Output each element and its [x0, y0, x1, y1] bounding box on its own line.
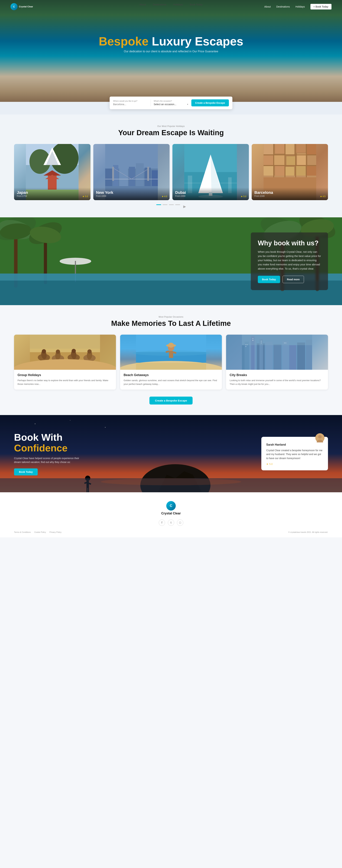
occasion-info-city: City Breaks Looking to both relax and im… — [226, 370, 328, 390]
svg-point-90 — [87, 349, 92, 353]
destination-card-newyork[interactable]: New York From £899 ★ 4.0 — [93, 144, 170, 200]
footer-logo-icon: C — [166, 501, 176, 510]
svg-rect-48 — [285, 167, 294, 176]
confidence-title: Book With Confidence — [14, 432, 81, 454]
svg-rect-17 — [136, 163, 144, 186]
hero-title: Bespoke Luxury Escapes — [99, 35, 243, 48]
search-cta-button[interactable]: Create a Bespoke Escape — [191, 99, 229, 106]
svg-rect-47 — [275, 166, 284, 176]
why-section: Why book with us? When you book through … — [0, 217, 342, 305]
destinations-section: Our Most Popular Holidays Your Dream Esc… — [0, 115, 342, 217]
footer-nav: About Destinations Holidays Book Today — [0, 0, 342, 9]
why-content: Why book with us? When you book through … — [251, 232, 328, 290]
destination-info-dubai: Dubai From £999 — [172, 187, 249, 200]
destination-card-dubai[interactable]: Dubai From £999 ★ 5.0 — [172, 144, 249, 200]
carousel-dot-1[interactable] — [156, 204, 161, 205]
svg-point-81 — [42, 349, 46, 353]
svg-rect-50 — [306, 166, 316, 176]
svg-rect-39 — [295, 144, 306, 153]
destination-card-barcelona[interactable]: Barcelona From £349 ★ 4.5 — [252, 144, 328, 200]
facebook-icon[interactable]: f — [159, 520, 165, 526]
occasions-grid: Group Holidays Perhaps there's no better… — [14, 335, 328, 390]
svg-rect-114 — [289, 345, 297, 370]
destination-field: Where would you like to go? — [113, 100, 148, 106]
footer: C Crystal Clear About Destinations Holid… — [0, 492, 342, 537]
testimonial-avatar — [315, 433, 324, 442]
terms-link[interactable]: Terms & Conditions — [14, 531, 31, 533]
destination-rating-dubai: ★ 5.0 — [241, 195, 246, 198]
hero-section: Bespoke Luxury Escapes Our dedication to… — [0, 0, 342, 102]
occasion-card-group[interactable]: Group Holidays Perhaps there's no better… — [14, 335, 116, 390]
svg-rect-46 — [264, 166, 274, 176]
svg-rect-24 — [147, 167, 149, 181]
confidence-content: Book With Confidence Crystal Clear have … — [0, 421, 342, 486]
occasions-cta: Create a Bespoke Escape — [14, 397, 328, 404]
svg-rect-23 — [112, 167, 114, 181]
occasions-section: Most Popular Occasions Make Memories To … — [0, 305, 342, 415]
occasion-desc-beach: Golden sands, glorious sunshine, and vas… — [124, 379, 218, 386]
occasion-image-group — [14, 335, 116, 370]
footer-nav-holidays[interactable]: Holidays — [173, 3, 183, 6]
why-text: When you book through Crystal Clear, not… — [258, 250, 321, 271]
svg-rect-16 — [129, 167, 135, 186]
carousel-dot-4[interactable] — [175, 204, 180, 205]
footer-logo: C Crystal Clear — [14, 501, 328, 515]
svg-rect-37 — [275, 144, 284, 154]
destination-input[interactable] — [113, 103, 148, 106]
svg-rect-33 — [184, 183, 237, 183]
svg-rect-42 — [274, 155, 285, 165]
svg-rect-43 — [286, 156, 296, 166]
destination-rating-barcelona: ★ 4.5 — [320, 195, 326, 198]
carousel-dot-3[interactable] — [169, 204, 174, 205]
occasion-desc-group: Perhaps there's no better way to explore… — [18, 379, 112, 386]
occasion-field: What's the occasion? Select an occasion.… — [153, 100, 189, 106]
copyright: © crystalclear travels 2021. All rights … — [288, 531, 328, 533]
confidence-desc: Crystal Clear have helped scores of peop… — [14, 456, 81, 464]
occasions-cta-button[interactable]: Create a Bespoke Escape — [149, 397, 193, 404]
why-read-more-button[interactable]: Read more — [282, 276, 304, 283]
svg-rect-41 — [264, 155, 273, 165]
footer-nav-about[interactable]: About — [139, 3, 146, 6]
occasion-select-wrapper: Select an occasion... Group Holidays Bea… — [153, 103, 189, 106]
svg-rect-103 — [136, 363, 206, 370]
svg-rect-112 — [274, 344, 281, 370]
privacy-link[interactable]: Privacy Policy — [49, 531, 61, 533]
destination-card-japan[interactable]: Japan From £759 ★ 5.0 — [14, 144, 91, 200]
cookie-link[interactable]: Cookie Policy — [34, 531, 46, 533]
occasion-info-beach: Beach Getaways Golden sands, glorious su… — [120, 370, 222, 390]
occasion-image-city — [226, 335, 328, 370]
svg-rect-106 — [245, 342, 249, 370]
svg-rect-38 — [285, 144, 294, 155]
svg-rect-44 — [297, 154, 306, 165]
footer-legal: Terms & Conditions Cookie Policy Privacy… — [14, 531, 328, 533]
svg-rect-15 — [119, 161, 128, 186]
svg-rect-36 — [264, 144, 274, 155]
testimonial-card: Sarah Hanland Crystal Clear created a be… — [261, 437, 328, 470]
destination-rating-newyork: ★ 4.0 — [162, 195, 167, 198]
svg-rect-45 — [307, 155, 316, 165]
occasion-desc-city: Looking to both relax and immerse yourse… — [230, 379, 324, 386]
testimonial-name: Sarah Hanland — [266, 443, 323, 446]
confidence-book-button[interactable]: Book Today — [14, 468, 38, 475]
occasion-card-beach[interactable]: Beach Getaways Golden sands, glorious su… — [120, 335, 222, 390]
instagram-icon[interactable]: □ — [177, 520, 183, 526]
footer-nav-book[interactable]: Book Today — [190, 3, 203, 6]
hero-subtitle: Our dedication to our client is absolute… — [99, 50, 243, 53]
hero-content: Bespoke Luxury Escapes Our dedication to… — [95, 35, 247, 60]
footer-logo-text: Crystal Clear — [14, 512, 328, 515]
carousel-dot-2[interactable] — [163, 204, 168, 205]
why-buttons: Book Today Read more — [258, 276, 321, 283]
occasion-label: What's the occasion? — [153, 100, 189, 102]
why-book-button[interactable]: Book Today — [258, 276, 280, 283]
footer-nav-destinations[interactable]: Destinations — [153, 3, 166, 6]
twitter-icon[interactable]: t — [168, 520, 174, 526]
occasion-card-city[interactable]: City Breaks Looking to both relax and im… — [226, 335, 328, 390]
occasion-select[interactable]: Select an occasion... Group Holidays Bea… — [153, 103, 189, 106]
destination-rating-japan: ★ 5.0 — [82, 195, 88, 198]
carousel-next-icon[interactable]: ▶ — [183, 204, 186, 209]
svg-point-99 — [168, 343, 174, 348]
destinations-tag: Our Most Popular Holidays — [14, 125, 328, 127]
why-title: Why book with us? — [258, 240, 321, 247]
occasion-name-group: Group Holidays — [18, 373, 112, 377]
testimonial-rating: ★ 5.0 — [266, 463, 323, 465]
